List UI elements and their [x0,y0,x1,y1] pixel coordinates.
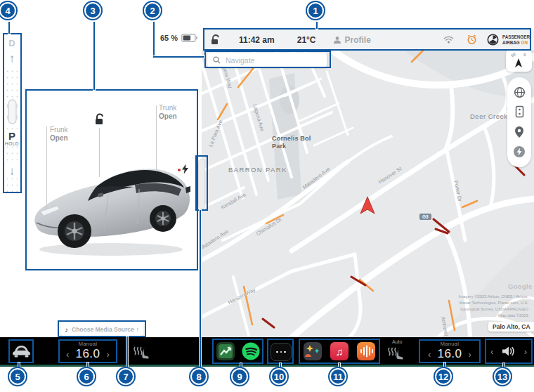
callout-5: 5 [9,368,26,385]
city-label-pill: Palo Alto, CA [488,322,534,332]
battery-icon [181,34,197,42]
callout-7: 7 [117,368,134,385]
callout-12: 12 [435,368,452,385]
callout-box-gear-strip [3,33,22,193]
callout-box-right-temp [419,339,481,363]
callout-box-car-button [8,339,34,363]
google-watermark: Google [508,282,533,290]
callout-line-7 [126,337,128,369]
callout-box-status-bar [203,28,531,51]
callout-box-navigate [204,51,331,68]
diagram-canvas: Laguna Way Laguna Ave La Para Ave Cornel… [0,0,534,392]
callout-8: 8 [190,368,207,385]
north-needle-icon [514,58,523,67]
battery-indicator[interactable]: 65 % [160,34,197,42]
callout-10: 10 [271,368,287,385]
callout-box-app-icons [299,339,380,364]
seat-heater-right-button[interactable] [387,346,404,361]
callout-4: 4 [0,2,16,19]
charging-stations-button[interactable] [515,105,524,118]
callout-9: 9 [231,368,248,385]
callout-1: 1 [307,2,324,19]
map-view[interactable]: Laguna Way Laguna Ave La Para Ave Cornel… [202,30,534,365]
map-traffic-orange [218,32,477,330]
neighborhood-label: BARRON PARK [228,166,287,174]
callout-11: 11 [330,368,346,385]
callout-line-8 [200,210,201,369]
area-label: Deer Creek [470,112,508,120]
callout-box-volume [485,339,533,364]
park-label: Cornelis Bol Park [272,135,313,150]
seat-heater-auto-label: Auto [392,339,402,344]
route-shield-badge: G3 [419,214,431,220]
map-attribution: Imagery ©2023 Airbus, CNES / Airbus, Max… [459,294,528,319]
callout-box-media-apps [212,339,263,364]
map-style-globe-button[interactable] [514,86,526,98]
callout-13: 13 [494,368,511,385]
callout-line-4 [8,22,10,34]
compass-s-label: S [523,53,527,58]
callout-6: 6 [78,368,95,385]
map-pin-button[interactable] [514,126,524,138]
callout-box-app-drawer [267,339,294,364]
battery-percent: 65 % [160,34,178,42]
callout-line-1 [316,22,318,29]
callout-box-media-pill [58,320,146,337]
compass-button[interactable]: SE S [506,49,532,72]
callout-line-3 [93,22,95,90]
callout-line-2h [153,56,204,58]
callout-line-2v [153,22,155,58]
screen-bottom-edge [0,365,534,367]
callout-3: 3 [84,2,101,19]
callout-box-handle [195,155,208,211]
superchargers-button[interactable] [513,145,526,158]
callout-2: 2 [144,2,161,19]
callout-box-left-temp [58,339,117,363]
seat-heater-left-button[interactable] [133,345,150,360]
compass-se-label: SE [510,51,516,58]
callout-box-vehicle [25,89,198,270]
map-controls-panel [507,77,531,167]
